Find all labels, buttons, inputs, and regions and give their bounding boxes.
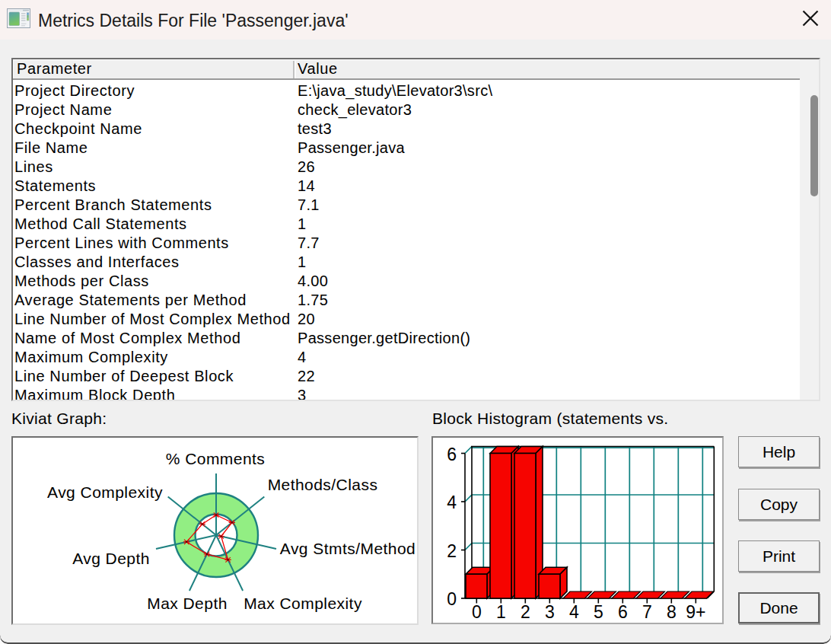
svg-text:3: 3	[545, 602, 555, 622]
svg-text:2: 2	[521, 602, 530, 622]
svg-text:8: 8	[667, 602, 677, 622]
svg-text:5: 5	[594, 602, 603, 622]
svg-text:6: 6	[447, 445, 457, 464]
svg-text:4: 4	[447, 493, 457, 512]
svg-text:0: 0	[447, 589, 457, 609]
svg-text:2: 2	[447, 541, 457, 561]
svg-text:7: 7	[642, 602, 652, 622]
svg-text:9+: 9+	[686, 602, 705, 622]
svg-text:4: 4	[569, 602, 579, 622]
svg-text:1: 1	[496, 602, 506, 622]
svg-text:6: 6	[618, 602, 628, 622]
svg-text:0: 0	[472, 602, 482, 622]
